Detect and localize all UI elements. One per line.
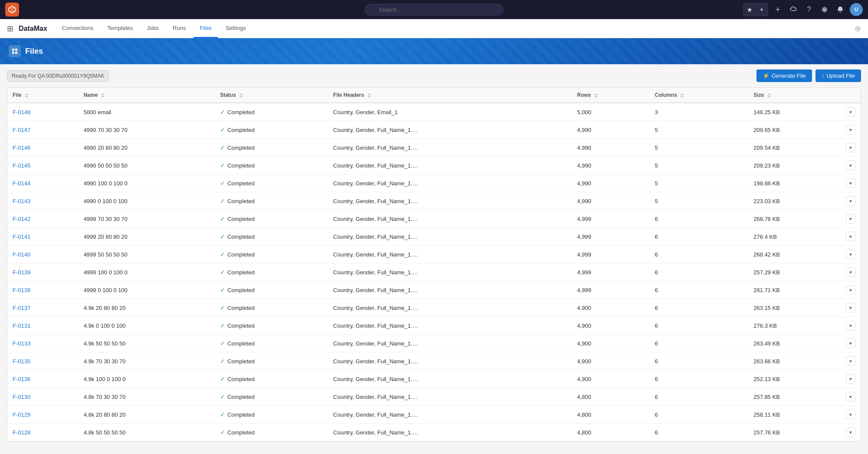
cell-rows-0: 5,000 <box>572 103 650 121</box>
cell-file-8: F-0140 <box>7 246 79 263</box>
status-check-icon-13: ✓ <box>220 340 225 347</box>
row-action-dropdown-0[interactable]: ▼ <box>846 107 855 117</box>
file-link-14[interactable]: F-0135 <box>13 358 30 365</box>
status-label-14: Completed <box>227 358 255 365</box>
file-link-2[interactable]: F-0146 <box>13 145 30 151</box>
file-link-11[interactable]: F-0137 <box>13 305 30 311</box>
row-action-dropdown-14[interactable]: ▼ <box>846 356 855 366</box>
file-link-9[interactable]: F-0139 <box>13 269 30 276</box>
cell-headers-7: Country, Gender, Full_Name_1.FirstNa... <box>328 228 572 246</box>
status-label-15: Completed <box>227 376 255 382</box>
status-label-11: Completed <box>227 305 255 311</box>
file-headers-9: Country, Gender, Full_Name_1.FirstNa... <box>333 269 420 276</box>
file-link-6[interactable]: F-0142 <box>13 216 30 222</box>
status-label-4: Completed <box>227 180 255 187</box>
file-link-7[interactable]: F-0141 <box>13 234 30 240</box>
file-link-5[interactable]: F-0143 <box>13 198 30 204</box>
col-rows[interactable]: Rows <box>572 88 650 103</box>
table-row: F-0142 4999 70 30 30 70 ✓ Completed Coun… <box>7 210 861 228</box>
generate-file-button[interactable]: ⚡ Generate File <box>756 69 812 82</box>
cell-status-0: ✓ Completed <box>215 103 328 121</box>
table-row: F-0130 4.8k 70 30 30 70 ✓ Completed Coun… <box>7 388 861 406</box>
col-status[interactable]: Status <box>215 88 328 103</box>
nav-templates[interactable]: Templates <box>101 19 139 38</box>
file-link-12[interactable]: F-0131 <box>13 322 30 329</box>
status-check-icon-5: ✓ <box>220 197 225 204</box>
row-action-dropdown-9[interactable]: ▼ <box>846 267 855 277</box>
nav-files[interactable]: Files <box>194 19 217 38</box>
user-avatar[interactable]: U <box>850 3 863 16</box>
cell-size-3: 209.23 KB <box>748 157 841 174</box>
file-link-17[interactable]: F-0129 <box>13 411 30 418</box>
cell-headers-6: Country, Gender, Full_Name_1.FirstNa... <box>328 210 572 228</box>
bookmark-dropdown-button[interactable]: ▼ <box>756 3 768 16</box>
app-logo[interactable] <box>5 3 19 16</box>
row-action-dropdown-10[interactable]: ▼ <box>846 285 855 295</box>
row-action-dropdown-4[interactable]: ▼ <box>846 178 855 188</box>
row-action-dropdown-8[interactable]: ▼ <box>846 250 855 259</box>
nav-jobs[interactable]: Jobs <box>141 19 164 38</box>
cell-status-1: ✓ Completed <box>215 121 328 139</box>
row-action-dropdown-16[interactable]: ▼ <box>846 392 855 401</box>
add-button[interactable]: + <box>772 3 784 16</box>
status-check-icon-17: ✓ <box>220 411 225 418</box>
help-button[interactable]: ? <box>803 3 815 16</box>
search-input[interactable] <box>365 4 503 16</box>
col-file-headers[interactable]: File Headers <box>328 88 572 103</box>
row-action-dropdown-1[interactable]: ▼ <box>846 125 855 135</box>
nav-settings[interactable]: Settings <box>220 19 252 38</box>
status-label-2: Completed <box>227 145 255 151</box>
status-check-icon-2: ✓ <box>220 144 225 151</box>
row-action-dropdown-5[interactable]: ▼ <box>846 196 855 206</box>
file-link-13[interactable]: F-0133 <box>13 340 30 347</box>
bookmark-button[interactable]: ★ <box>743 3 756 16</box>
col-file[interactable]: File <box>7 88 79 103</box>
col-size[interactable]: Size <box>748 88 841 103</box>
row-action-dropdown-7[interactable]: ▼ <box>846 232 855 241</box>
cell-headers-5: Country, Gender, Full_Name_1.FirstNa... <box>328 192 572 210</box>
cell-headers-10: Country, Gender, Full_Name_1.FirstNa... <box>328 281 572 299</box>
cell-rows-15: 4,900 <box>572 370 650 388</box>
app-nav-action-button[interactable]: ⊕ <box>855 24 861 33</box>
cell-columns-5: 5 <box>650 192 749 210</box>
file-headers-15: Country, Gender, Full_Name_1.FirstNa... <box>333 376 420 382</box>
notifications-button[interactable] <box>834 3 846 16</box>
col-name[interactable]: Name <box>79 88 215 103</box>
settings-button[interactable] <box>819 3 831 16</box>
row-action-dropdown-6[interactable]: ▼ <box>846 214 855 224</box>
col-columns[interactable]: Columns <box>650 88 749 103</box>
filter-tag[interactable]: Ready For QA 00DRu000001Y9Q5MAK <box>7 70 109 82</box>
upload-file-button[interactable]: ↑ Upload File <box>815 69 861 82</box>
file-link-4[interactable]: F-0144 <box>13 180 30 187</box>
row-action-dropdown-18[interactable]: ▼ <box>846 428 855 437</box>
cell-columns-12: 6 <box>650 317 749 335</box>
cell-status-9: ✓ Completed <box>215 263 328 281</box>
file-link-8[interactable]: F-0140 <box>13 251 30 258</box>
cell-name-14: 4.9k 70 30 30 70 <box>79 352 215 370</box>
cloud-button[interactable] <box>787 3 799 16</box>
cell-columns-15: 6 <box>650 370 749 388</box>
file-link-16[interactable]: F-0130 <box>13 394 30 400</box>
row-action-dropdown-15[interactable]: ▼ <box>846 374 855 384</box>
row-action-dropdown-17[interactable]: ▼ <box>846 410 855 419</box>
main-content: Ready For QA 00DRu000001Y9Q5MAK ⚡ Genera… <box>0 64 868 454</box>
cell-actions-9: ▼ <box>841 263 861 281</box>
file-link-0[interactable]: F-0148 <box>13 109 30 115</box>
grid-icon[interactable]: ⊞ <box>7 24 13 33</box>
row-action-dropdown-13[interactable]: ▼ <box>846 339 855 348</box>
file-link-1[interactable]: F-0147 <box>13 127 30 133</box>
nav-connections[interactable]: Connections <box>56 19 99 38</box>
nav-runs[interactable]: Runs <box>167 19 192 38</box>
row-action-dropdown-2[interactable]: ▼ <box>846 143 855 152</box>
row-action-dropdown-3[interactable]: ▼ <box>846 161 855 170</box>
file-link-3[interactable]: F-0145 <box>13 162 30 169</box>
file-link-10[interactable]: F-0138 <box>13 287 30 293</box>
row-action-dropdown-11[interactable]: ▼ <box>846 303 855 313</box>
cell-actions-2: ▼ <box>841 139 861 157</box>
row-action-dropdown-12[interactable]: ▼ <box>846 321 855 330</box>
file-link-15[interactable]: F-0136 <box>13 376 30 382</box>
cell-status-6: ✓ Completed <box>215 210 328 228</box>
table-row: F-0135 4.9k 70 30 30 70 ✓ Completed Coun… <box>7 352 861 370</box>
file-link-18[interactable]: F-0128 <box>13 429 30 436</box>
cell-actions-13: ▼ <box>841 335 861 352</box>
